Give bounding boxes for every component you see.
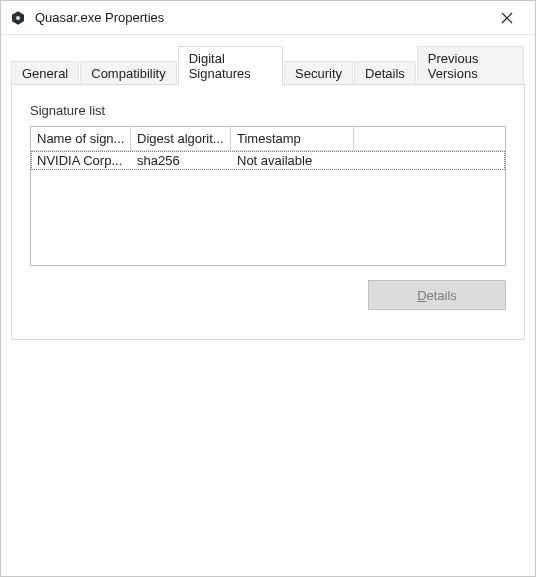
signature-list-label: Signature list: [30, 103, 506, 118]
tab-panel-digital-signatures: Signature list Name of sign... Digest al…: [11, 84, 525, 340]
table-row[interactable]: NVIDIA Corp... sha256 Not available: [31, 151, 505, 170]
column-header-signer-label: Name of sign...: [37, 131, 124, 146]
column-header-timestamp[interactable]: Timestamp: [231, 127, 354, 150]
column-header-digest[interactable]: Digest algorit...: [131, 127, 231, 150]
button-row: Details: [30, 280, 506, 310]
close-button[interactable]: [487, 4, 527, 32]
svg-point-1: [16, 16, 20, 20]
details-button-label: Details: [417, 288, 457, 303]
tab-compatibility[interactable]: Compatibility: [80, 61, 176, 86]
content-area: General Compatibility Digital Signatures…: [1, 35, 535, 576]
tab-security[interactable]: Security: [284, 61, 353, 86]
tab-general[interactable]: General: [11, 61, 79, 86]
tab-previous-versions[interactable]: Previous Versions: [417, 46, 524, 86]
titlebar: Quasar.exe Properties: [1, 1, 535, 35]
column-header-spacer: [354, 127, 505, 150]
tab-details[interactable]: Details: [354, 61, 416, 86]
app-icon: [9, 9, 27, 27]
cell-digest: sha256: [131, 151, 231, 170]
window-title: Quasar.exe Properties: [35, 10, 164, 25]
column-header-timestamp-label: Timestamp: [237, 131, 301, 146]
tabstrip: General Compatibility Digital Signatures…: [5, 39, 531, 85]
cell-timestamp: Not available: [231, 151, 354, 170]
titlebar-left: Quasar.exe Properties: [9, 9, 164, 27]
details-button[interactable]: Details: [368, 280, 506, 310]
listview-header: Name of sign... Digest algorit... Timest…: [31, 127, 505, 151]
cell-signer: NVIDIA Corp...: [31, 151, 131, 170]
column-header-signer[interactable]: Name of sign...: [31, 127, 131, 150]
properties-window: Quasar.exe Properties General Compatibil…: [0, 0, 536, 577]
close-icon: [501, 12, 513, 24]
column-header-digest-label: Digest algorit...: [137, 131, 224, 146]
signature-listview[interactable]: Name of sign... Digest algorit... Timest…: [30, 126, 506, 266]
tab-digital-signatures[interactable]: Digital Signatures: [178, 46, 283, 86]
listview-body: NVIDIA Corp... sha256 Not available: [31, 151, 505, 265]
